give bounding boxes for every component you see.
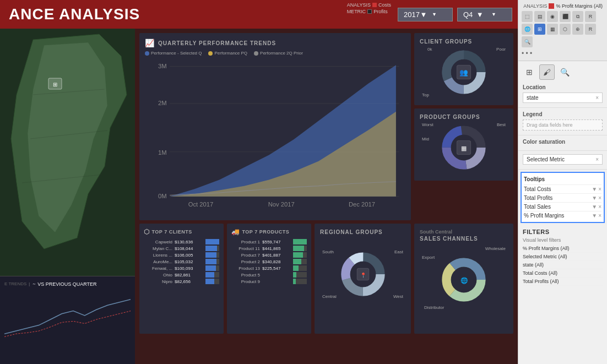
- legend-2q: Performance 2Q Prior: [254, 51, 303, 56]
- panel-costs-label: % Profit Margins (All): [556, 3, 603, 9]
- selected-metric-field[interactable]: Selected Metric ×: [523, 154, 603, 165]
- client-donut-svg: 👥: [439, 47, 489, 97]
- legend-dot-yellow: [208, 51, 213, 56]
- client-bar-3: [205, 259, 219, 264]
- charts-top-row: 📈 QUARTERLY PERFORMANCE TRENDS Performan…: [139, 33, 513, 220]
- toolbar-icon-1[interactable]: ⬚: [522, 11, 533, 22]
- sales-donut-svg: 🌐: [439, 255, 489, 305]
- quarterly-icon: 📈: [145, 39, 155, 47]
- location-remove[interactable]: ×: [595, 95, 599, 101]
- distributor-label: Distributor: [424, 305, 444, 310]
- e-trends-label: E TRENDS: [4, 281, 26, 286]
- product-donut-svg: ▦: [439, 123, 489, 172]
- filter-item-1[interactable]: Selected Metric (All): [523, 253, 603, 261]
- quarter-dropdown[interactable]: Q4 ▼: [457, 8, 512, 21]
- toolbar-icon-2[interactable]: ▤: [534, 11, 545, 22]
- client-bar-4: [205, 265, 219, 271]
- top7-products-list: Product 1 $559,747 Product 11 $441,865 P…: [231, 239, 307, 284]
- tooltip-remove-1[interactable]: ×: [598, 195, 601, 201]
- legend-pq: Performance PQ: [208, 51, 247, 56]
- toolbar-icon-4[interactable]: ⬛: [560, 11, 571, 22]
- top7-products-card: 🚚 TOP 7 PRODUCTS Product 1 $559,747 Prod…: [227, 224, 311, 334]
- side-cards: CLIENT GROUPS 0k Poor Top: [414, 33, 513, 220]
- location-field[interactable]: state ×: [523, 93, 603, 103]
- tooltip-remove-0[interactable]: ×: [598, 186, 601, 192]
- toolbar-icon-5[interactable]: ⧉: [572, 11, 583, 22]
- profits-text: Profits: [373, 9, 388, 14]
- analysis-label-row: ANALYSIS Costs: [347, 2, 391, 8]
- product-donut-container: Worst Mid Best ▦: [420, 120, 508, 175]
- filter-item-4[interactable]: Total Profits (All): [523, 278, 603, 286]
- tooltip-down-3[interactable]: ▼: [592, 213, 597, 219]
- client-name-0: Capweld: [144, 240, 172, 245]
- toolbar-icon-6[interactable]: R: [585, 11, 596, 22]
- product-name-6: Product 9: [231, 279, 260, 284]
- header-bar: ANCE ANALYSIS ANALYSIS Costs METRIC Prof…: [0, 0, 518, 29]
- format-paint-icon[interactable]: 🖌: [539, 64, 555, 80]
- tooltip-item-2: Total Sales ▼ ×: [524, 202, 601, 211]
- client-bar-0: [205, 239, 219, 245]
- client-bar-2: [205, 252, 219, 258]
- top7-products-title-text: TOP 7 PRODUCTS: [242, 229, 290, 235]
- tooltip-remove-2[interactable]: ×: [598, 204, 601, 210]
- svg-text:2M: 2M: [158, 100, 167, 106]
- filter-item-2[interactable]: state (All): [523, 261, 603, 269]
- toolbar-icon-8[interactable]: ⊞: [534, 24, 545, 35]
- legend-dot-blue: [145, 51, 149, 56]
- tooltip-controls-0: ▼ ×: [592, 186, 601, 192]
- selected-metric-section: Selected Metric ×: [518, 151, 607, 170]
- toolbar-icon-13[interactable]: 🔍: [522, 36, 533, 47]
- product-row-6: Product 9: [231, 279, 307, 284]
- svg-text:Dec 2017: Dec 2017: [349, 201, 375, 208]
- tooltip-remove-3[interactable]: ×: [598, 213, 601, 219]
- toolbar-icon-11[interactable]: ⊕: [572, 24, 583, 35]
- tooltip-controls-3: ▼ ×: [592, 213, 601, 219]
- client-row-4: Fenwal, ... $100,093: [144, 265, 219, 271]
- tooltip-item-0: Total Costs ▼ ×: [524, 184, 601, 193]
- toolbar-icon-3[interactable]: ◉: [547, 11, 558, 22]
- product-row-0: Product 1 $559,747: [231, 239, 307, 245]
- filter-name-0: % Profit Margins (All): [523, 246, 570, 251]
- sales-channels-title-text: SALES CHANNELS: [420, 236, 478, 242]
- client-bar-5: [205, 272, 219, 278]
- year-dropdown[interactable]: 2017 ▼: [398, 8, 453, 21]
- panel-costs-item: ANALYSIS % Profit Margins (All): [523, 3, 603, 9]
- product-bar-6: [293, 279, 307, 284]
- tooltip-down-2[interactable]: ▼: [592, 204, 597, 210]
- tooltip-down-1[interactable]: ▼: [592, 195, 597, 201]
- format-analytics-icon[interactable]: 🔍: [557, 64, 572, 80]
- client-top-label: Top: [422, 93, 429, 97]
- product-name-0: Product 1: [231, 240, 260, 245]
- filter-item-0[interactable]: % Profit Margins (All): [523, 245, 603, 253]
- format-grid-icon[interactable]: ⊞: [522, 64, 537, 80]
- legend-drag-placeholder: Drag data fields here: [523, 119, 603, 131]
- client-bar-6: [205, 279, 219, 284]
- legend-selected-q: Performance - Selected Q: [145, 51, 202, 56]
- svg-text:Oct 2017: Oct 2017: [188, 201, 214, 208]
- regional-groups-card: REGIONAL GROUPS South East Central West: [315, 224, 411, 334]
- filter-name-2: state (All): [523, 262, 544, 268]
- product-name-3: Product 2: [231, 259, 260, 264]
- toolbar-icon-7[interactable]: 🌐: [522, 24, 533, 35]
- quarterly-title-text: QUARTERLY PERFORMANCE TRENDS: [158, 40, 276, 46]
- svg-text:⊞: ⊞: [53, 82, 57, 88]
- costs-dot: [372, 3, 377, 7]
- toolbar-icon-10[interactable]: ⬡: [560, 24, 571, 35]
- regional-donut-container: South East Central West 📍: [320, 238, 405, 310]
- sales-subtitle-text: South Central: [420, 229, 452, 235]
- tooltip-item-3: % Profit Margins ▼ ×: [524, 211, 601, 220]
- selected-metric-text: Selected Metric: [527, 156, 565, 162]
- format-icons-row: ⊞ 🖌 🔍: [518, 61, 607, 81]
- tooltip-down-0[interactable]: ▼: [592, 186, 597, 192]
- legend-label: Legend: [523, 111, 603, 117]
- header-controls: ANALYSIS Costs METRIC Profits 2017 ▼ Q4 …: [398, 0, 518, 29]
- product-value-2: $401,887: [262, 253, 291, 258]
- selected-metric-remove[interactable]: ×: [595, 156, 599, 162]
- toolbar-icon-12[interactable]: R: [585, 24, 596, 35]
- toolbar-icon-9[interactable]: ▦: [547, 24, 558, 35]
- client-name-2: Llorens ...: [144, 253, 172, 258]
- filter-item-3[interactable]: Total Costs (All): [523, 269, 603, 278]
- client-row-1: Mylan C... $108,044: [144, 246, 219, 251]
- export-label: Export: [422, 255, 435, 260]
- mini-chart-svg: [4, 289, 131, 344]
